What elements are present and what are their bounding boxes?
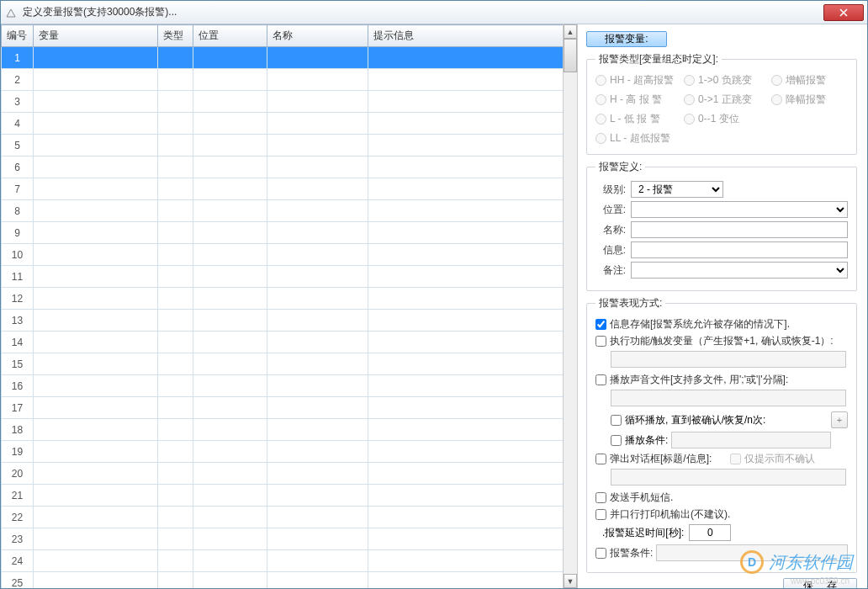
col-header-num[interactable]: 编号 <box>2 25 34 47</box>
table-row[interactable]: 14 <box>2 332 577 353</box>
cell[interactable] <box>368 288 577 310</box>
table-row[interactable]: 6 <box>2 157 577 178</box>
cell[interactable] <box>193 135 267 157</box>
level-select[interactable]: 2 - 报警 <box>631 181 723 198</box>
cell[interactable] <box>158 419 193 441</box>
col-header-var[interactable]: 变量 <box>34 25 158 47</box>
table-row[interactable]: 25 <box>2 572 577 589</box>
table-row[interactable]: 5 <box>2 135 577 157</box>
radio-inc[interactable]: 增幅报警 <box>771 73 849 88</box>
table-row[interactable]: 15 <box>2 353 577 375</box>
cell[interactable] <box>193 69 267 91</box>
cell[interactable] <box>267 135 368 157</box>
sound-input[interactable] <box>611 390 846 406</box>
table-row[interactable]: 4 <box>2 113 577 135</box>
cell[interactable] <box>158 550 193 572</box>
table-row[interactable]: 18 <box>2 419 577 441</box>
cell[interactable] <box>267 332 368 353</box>
col-header-pos[interactable]: 位置 <box>193 25 267 47</box>
info-input[interactable] <box>631 241 848 258</box>
cell[interactable] <box>158 222 193 244</box>
store-checkbox[interactable] <box>595 319 606 330</box>
cell[interactable] <box>193 528 267 550</box>
cell[interactable] <box>34 353 158 375</box>
vertical-scrollbar[interactable]: ▲ ▼ <box>563 24 577 588</box>
cell[interactable] <box>267 288 368 310</box>
cell[interactable] <box>267 47 368 69</box>
dialog-checkbox[interactable] <box>595 454 606 464</box>
cell[interactable] <box>368 47 577 69</box>
cell[interactable] <box>158 332 193 353</box>
cell[interactable] <box>158 69 193 91</box>
cell[interactable] <box>267 507 368 528</box>
cell[interactable] <box>267 244 368 266</box>
table-row[interactable]: 8 <box>2 200 577 222</box>
cell[interactable] <box>158 200 193 222</box>
cell[interactable] <box>267 375 368 397</box>
table-row[interactable]: 7 <box>2 178 577 200</box>
cell[interactable] <box>368 178 577 200</box>
cell[interactable] <box>267 485 368 507</box>
cell[interactable] <box>34 244 158 266</box>
cell[interactable] <box>368 507 577 528</box>
cond-input[interactable] <box>656 544 848 561</box>
scroll-down-button[interactable]: ▼ <box>564 574 577 588</box>
cell[interactable] <box>193 91 267 113</box>
cell[interactable] <box>34 288 158 310</box>
cell[interactable] <box>368 332 577 353</box>
cell[interactable] <box>193 397 267 419</box>
cell[interactable] <box>34 135 158 157</box>
cell[interactable] <box>193 572 267 589</box>
cell[interactable] <box>368 266 577 288</box>
cell[interactable] <box>267 200 368 222</box>
table-row[interactable]: 11 <box>2 266 577 288</box>
cell[interactable] <box>193 550 267 572</box>
cell[interactable] <box>34 419 158 441</box>
cell[interactable] <box>368 375 577 397</box>
table-row[interactable]: 23 <box>2 528 577 550</box>
scroll-up-button[interactable]: ▲ <box>564 24 577 39</box>
cell[interactable] <box>267 157 368 178</box>
cell[interactable] <box>193 157 267 178</box>
cell[interactable] <box>267 91 368 113</box>
cell[interactable] <box>193 113 267 135</box>
name-input[interactable] <box>631 221 848 238</box>
radio-1-0[interactable]: 1->0 负跳变 <box>684 73 761 88</box>
table-row[interactable]: 24 <box>2 550 577 572</box>
cell[interactable] <box>267 353 368 375</box>
cell[interactable] <box>193 47 267 69</box>
cell[interactable] <box>34 507 158 528</box>
cell[interactable] <box>267 178 368 200</box>
cell[interactable] <box>193 375 267 397</box>
table-row[interactable]: 3 <box>2 91 577 113</box>
cell[interactable] <box>193 266 267 288</box>
cell[interactable] <box>368 200 577 222</box>
play-cond-input[interactable] <box>671 432 831 448</box>
cell[interactable] <box>158 485 193 507</box>
cell[interactable] <box>158 266 193 288</box>
scroll-thumb[interactable] <box>564 39 577 72</box>
table-row[interactable]: 13 <box>2 310 577 332</box>
trigger-input[interactable] <box>611 351 846 368</box>
cell[interactable] <box>267 310 368 332</box>
cell[interactable] <box>34 178 158 200</box>
table-row[interactable]: 1 <box>2 47 577 69</box>
sms-checkbox[interactable] <box>595 492 606 503</box>
radio-l[interactable]: L - 低 报 警 <box>595 112 674 126</box>
table-row[interactable]: 17 <box>2 397 577 419</box>
cell[interactable] <box>34 375 158 397</box>
radio-h[interactable]: H - 高 报 警 <box>595 93 674 107</box>
cell[interactable] <box>193 353 267 375</box>
cell[interactable] <box>267 266 368 288</box>
cell[interactable] <box>368 91 577 113</box>
cell[interactable] <box>368 157 577 178</box>
cell[interactable] <box>267 397 368 419</box>
cell[interactable] <box>158 463 193 485</box>
cell[interactable] <box>158 375 193 397</box>
cell[interactable] <box>267 463 368 485</box>
cell[interactable] <box>158 135 193 157</box>
radio-hh[interactable]: HH - 超高报警 <box>595 73 674 88</box>
cell[interactable] <box>368 572 577 589</box>
cell[interactable] <box>193 507 267 528</box>
table-row[interactable]: 19 <box>2 441 577 463</box>
